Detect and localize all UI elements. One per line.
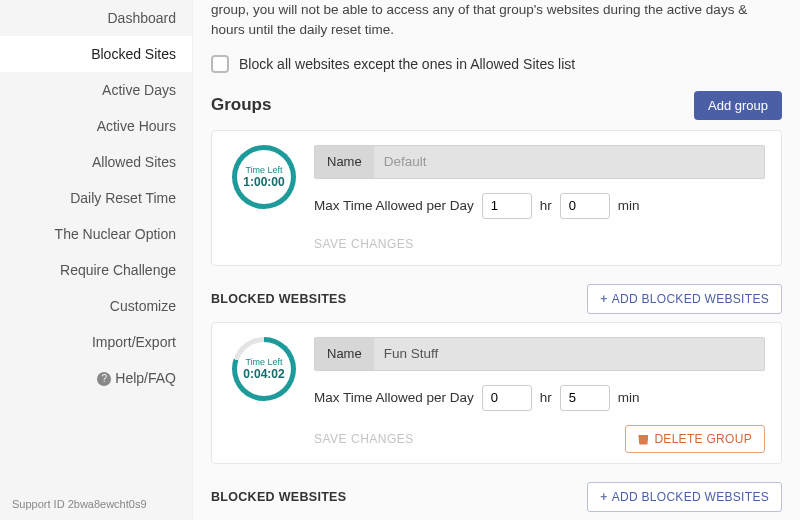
group-card: Time Left 1:00:00 Name Max Time Allowed …	[211, 130, 782, 266]
blocked-websites-title: BLOCKED WEBSITES	[211, 490, 346, 504]
min-unit: min	[618, 390, 640, 405]
hours-input[interactable]	[482, 385, 532, 411]
time-left-ring: Time Left 1:00:00	[232, 145, 296, 209]
trash-icon	[638, 433, 648, 445]
blocked-header: BLOCKED WEBSITES +ADD BLOCKED WEBSITES	[211, 284, 782, 314]
hours-input[interactable]	[482, 193, 532, 219]
group-card: Time Left 0:04:02 Name Max Time Allowed …	[211, 322, 782, 464]
time-left-label: Time Left	[245, 165, 282, 175]
sidebar: Dashboard Blocked Sites Active Days Acti…	[0, 0, 193, 520]
plus-icon: +	[600, 292, 607, 306]
time-left-value: 0:04:02	[243, 367, 284, 381]
time-left-ring: Time Left 0:04:02	[232, 337, 296, 401]
minutes-input[interactable]	[560, 385, 610, 411]
sidebar-item-active-days[interactable]: Active Days	[0, 72, 192, 108]
save-changes-button[interactable]: SAVE CHANGES	[314, 428, 414, 450]
block-all-row[interactable]: Block all websites except the ones in Al…	[211, 55, 782, 73]
groups-title: Groups	[211, 95, 271, 115]
time-left-label: Time Left	[245, 357, 282, 367]
hr-unit: hr	[540, 198, 552, 213]
delete-group-button[interactable]: DELETE GROUP	[625, 425, 765, 453]
sidebar-item-active-hours[interactable]: Active Hours	[0, 108, 192, 144]
blocked-header: BLOCKED WEBSITES +ADD BLOCKED WEBSITES	[211, 482, 782, 512]
save-changes-button[interactable]: SAVE CHANGES	[314, 233, 414, 255]
sidebar-item-import-export[interactable]: Import/Export	[0, 324, 192, 360]
sidebar-item-blocked-sites[interactable]: Blocked Sites	[0, 36, 192, 72]
sidebar-item-daily-reset[interactable]: Daily Reset Time	[0, 180, 192, 216]
name-label: Name	[315, 338, 374, 370]
block-all-checkbox[interactable]	[211, 55, 229, 73]
sidebar-item-customize[interactable]: Customize	[0, 288, 192, 324]
sidebar-item-require-challenge[interactable]: Require Challenge	[0, 252, 192, 288]
groups-header: Groups Add group	[211, 91, 782, 120]
intro-text: group, you will not be able to access an…	[211, 0, 782, 41]
sidebar-items: Dashboard Blocked Sites Active Days Acti…	[0, 0, 192, 488]
time-left-value: 1:00:00	[243, 175, 284, 189]
sidebar-item-dashboard[interactable]: Dashboard	[0, 0, 192, 36]
max-time-label: Max Time Allowed per Day	[314, 198, 474, 213]
sidebar-item-nuclear[interactable]: The Nuclear Option	[0, 216, 192, 252]
sidebar-item-allowed-sites[interactable]: Allowed Sites	[0, 144, 192, 180]
name-label: Name	[315, 146, 374, 178]
hr-unit: hr	[540, 390, 552, 405]
min-unit: min	[618, 198, 640, 213]
max-time-label: Max Time Allowed per Day	[314, 390, 474, 405]
add-group-button[interactable]: Add group	[694, 91, 782, 120]
block-all-label: Block all websites except the ones in Al…	[239, 56, 575, 72]
sidebar-item-label: Help/FAQ	[115, 370, 176, 386]
plus-icon: +	[600, 490, 607, 504]
group-name-input[interactable]	[374, 338, 764, 370]
help-icon: ?	[97, 372, 111, 386]
sidebar-item-help[interactable]: ?Help/FAQ	[0, 360, 192, 396]
add-blocked-button[interactable]: +ADD BLOCKED WEBSITES	[587, 482, 782, 512]
main-content: group, you will not be able to access an…	[193, 0, 800, 520]
support-id: Support ID 2bwa8ewcht0s9	[0, 488, 192, 520]
add-blocked-button[interactable]: +ADD BLOCKED WEBSITES	[587, 284, 782, 314]
blocked-websites-title: BLOCKED WEBSITES	[211, 292, 346, 306]
group-name-input[interactable]	[374, 146, 764, 178]
minutes-input[interactable]	[560, 193, 610, 219]
